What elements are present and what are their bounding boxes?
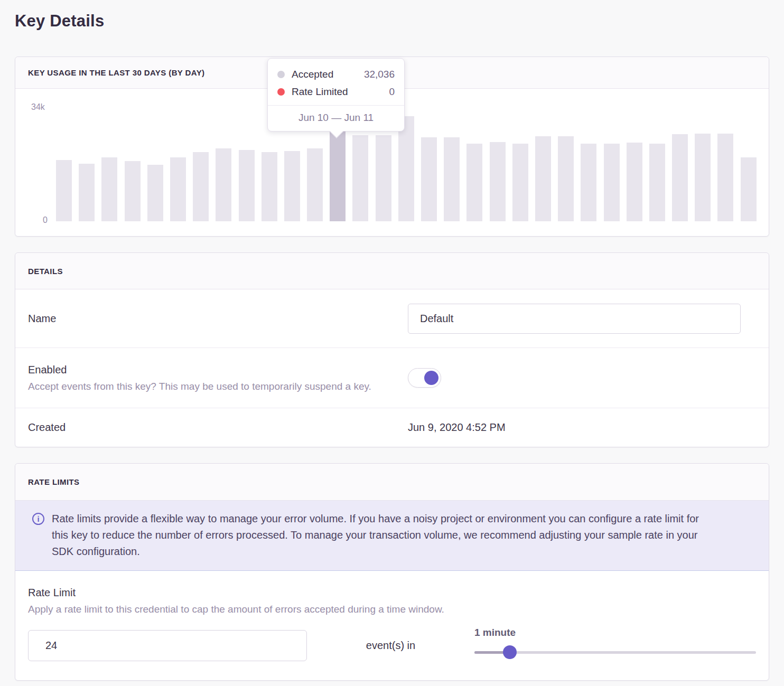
chart-bar[interactable] <box>262 152 277 221</box>
chart-bar[interactable] <box>352 135 368 221</box>
rate-limited-dot-icon <box>277 88 285 96</box>
rate-limit-count-input[interactable] <box>28 630 307 661</box>
rate-limit-window-label: 1 minute <box>474 627 756 638</box>
rate-limit-description: Apply a rate limit to this credential to… <box>28 604 756 615</box>
tooltip-rows: Accepted 32,036 Rate Limited 0 <box>268 59 404 105</box>
chart-bar[interactable] <box>558 136 574 221</box>
details-panel: DETAILS Name Enabled Accept events from … <box>15 252 769 447</box>
chart-bar[interactable] <box>535 136 551 221</box>
usage-bars <box>56 107 757 221</box>
chart-bar[interactable] <box>444 137 460 221</box>
tooltip-row-rate-limited: Rate Limited 0 <box>277 83 395 100</box>
rate-limit-window-block: 1 minute <box>474 627 756 659</box>
chart-bar[interactable] <box>649 144 665 221</box>
chart-bar[interactable] <box>193 152 209 221</box>
chart-bar[interactable] <box>421 137 437 221</box>
y-axis-min-label: 0 <box>43 215 48 225</box>
enabled-row: Enabled Accept events from this key? Thi… <box>15 347 769 408</box>
rate-limits-panel-title: RATE LIMITS <box>28 477 79 486</box>
chart-bar[interactable] <box>56 160 72 221</box>
enabled-description: Accept events from this key? This may be… <box>15 381 408 392</box>
usage-chart: 34k 0 Accepted 32,036 Rate Limited 0 <box>15 89 769 236</box>
rate-limits-info-text: Rate limits provide a flexible way to ma… <box>52 511 710 560</box>
details-panel-title: DETAILS <box>28 267 63 276</box>
enabled-label: Enabled <box>15 364 408 376</box>
tooltip-accepted-label: Accepted <box>292 69 333 80</box>
chart-bar[interactable] <box>216 148 231 221</box>
rate-limit-controls: event(s) in 1 minute <box>28 630 756 661</box>
rate-limits-panel-header: RATE LIMITS <box>15 464 769 501</box>
chart-bar[interactable] <box>125 161 141 221</box>
rate-limit-window-slider[interactable] <box>474 645 756 659</box>
name-label: Name <box>15 313 408 325</box>
chart-bar[interactable] <box>376 135 391 221</box>
slider-knob-icon[interactable] <box>503 645 517 659</box>
chart-bar[interactable] <box>466 144 482 221</box>
details-panel-header: DETAILS <box>15 253 769 289</box>
rate-limit-section: Rate Limit Apply a rate limit to this cr… <box>15 571 769 680</box>
enabled-toggle[interactable] <box>408 368 441 388</box>
name-input[interactable] <box>408 304 741 334</box>
accepted-dot-icon <box>277 71 285 78</box>
chart-bar[interactable] <box>627 143 642 221</box>
key-usage-panel-title: KEY USAGE IN THE LAST 30 DAYS (BY DAY) <box>28 68 204 77</box>
chart-bar[interactable] <box>284 151 300 221</box>
slider-track[interactable] <box>474 651 756 654</box>
page-title: Key Details <box>15 0 769 33</box>
rate-limits-info-alert: i Rate limits provide a flexible way to … <box>15 501 769 571</box>
name-row: Name <box>15 289 769 347</box>
tooltip-rate-limited-label: Rate Limited <box>292 86 348 98</box>
created-label: Created <box>15 421 408 434</box>
y-axis-max-label: 34k <box>31 102 45 112</box>
created-row: Created Jun 9, 2020 4:52 PM <box>15 408 769 447</box>
rate-limit-connector-text: event(s) in <box>307 640 474 652</box>
key-usage-panel: KEY USAGE IN THE LAST 30 DAYS (BY DAY) 3… <box>15 57 769 237</box>
chart-bar[interactable] <box>512 144 528 221</box>
chart-bar[interactable] <box>695 134 711 221</box>
chart-tooltip: Accepted 32,036 Rate Limited 0 Jun 10 — … <box>267 58 405 131</box>
chart-bar[interactable] <box>239 150 255 221</box>
tooltip-rate-limited-value: 0 <box>389 86 395 98</box>
chart-bar[interactable] <box>717 134 733 221</box>
page-content: Key Details KEY USAGE IN THE LAST 30 DAY… <box>0 0 784 681</box>
chart-bar[interactable] <box>307 148 323 221</box>
toggle-knob-icon <box>424 371 438 385</box>
chart-bar[interactable] <box>398 116 414 221</box>
chart-bar[interactable] <box>101 157 117 221</box>
chart-bar[interactable] <box>490 142 506 221</box>
tooltip-row-accepted: Accepted 32,036 <box>277 65 395 83</box>
chart-bar[interactable] <box>672 134 688 221</box>
chart-bar[interactable] <box>147 165 163 221</box>
rate-limit-label: Rate Limit <box>28 587 756 599</box>
created-value: Jun 9, 2020 4:52 PM <box>408 421 769 434</box>
info-icon: i <box>32 513 44 525</box>
chart-bar[interactable] <box>79 164 95 221</box>
chart-bar[interactable] <box>581 144 596 221</box>
chart-bar[interactable] <box>604 144 620 221</box>
chart-bar[interactable] <box>741 157 757 221</box>
rate-limits-panel: RATE LIMITS i Rate limits provide a flex… <box>15 463 769 681</box>
chart-bar[interactable] <box>170 157 186 221</box>
tooltip-accepted-value: 32,036 <box>364 69 395 80</box>
